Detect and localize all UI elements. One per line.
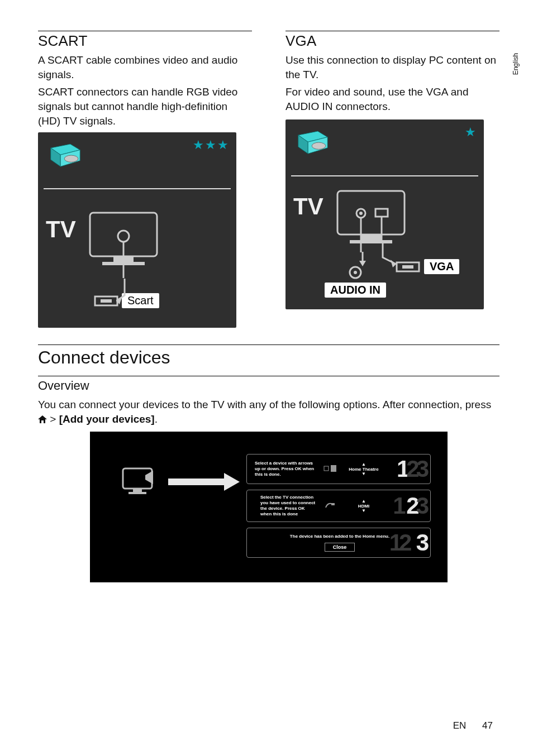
cable-icon xyxy=(357,252,368,269)
step-number-bg: 123 xyxy=(416,528,426,557)
column-vga: VGA Use this connection to display PC co… xyxy=(285,31,499,328)
step-selection: ▲ Home Theatre ▼ xyxy=(344,462,383,476)
rating-stars: ★ xyxy=(465,125,477,140)
paragraph: You can connect your devices to the TV w… xyxy=(38,398,499,426)
wizard-steps: Select a device with arrows up or down. … xyxy=(246,454,431,563)
port-label-audio-in: AUDIO IN xyxy=(325,283,386,298)
heading-vga: VGA xyxy=(285,32,499,50)
divider xyxy=(38,376,499,376)
svg-point-28 xyxy=(354,271,357,274)
rating-stars: ★★★ xyxy=(193,138,230,152)
figure-overview: Select a device with arrows up or down. … xyxy=(90,432,448,582)
text: . xyxy=(155,413,158,425)
step-device-icon xyxy=(322,464,339,474)
tv-label: TV xyxy=(293,193,323,220)
tv-back-icon xyxy=(85,208,169,281)
step-selection: ▲ HDMI ▼ xyxy=(344,499,383,513)
svg-rect-10 xyxy=(101,299,112,303)
section-connect-devices: Connect devices Overview You can connect… xyxy=(38,344,499,582)
menu-path: [Add your devices] xyxy=(59,413,155,425)
svg-rect-16 xyxy=(337,191,404,235)
port-label-vga: VGA xyxy=(424,259,459,274)
cable-icon xyxy=(380,241,403,269)
tv-label: TV xyxy=(46,216,76,243)
wizard-step-1: Select a device with arrows up or down. … xyxy=(246,454,431,484)
paragraph: Use this connection to display PC conten… xyxy=(285,53,499,82)
wizard-step-3: The device has been added to the Home me… xyxy=(246,528,431,558)
step-instruction: Select a device with arrows up or down. … xyxy=(255,461,316,477)
svg-rect-36 xyxy=(168,479,224,485)
svg-point-15 xyxy=(312,142,326,149)
svg-point-20 xyxy=(359,212,363,215)
close-button[interactable]: Close xyxy=(325,543,355,552)
language-tab: English xyxy=(512,53,520,75)
svg-rect-40 xyxy=(331,503,335,505)
vga-connector-icon xyxy=(293,130,332,160)
svg-rect-34 xyxy=(129,492,146,494)
divider xyxy=(38,31,252,31)
figure-scart: ★★★ TV xyxy=(38,132,236,328)
svg-marker-30 xyxy=(359,261,366,266)
tv-back-icon xyxy=(333,186,417,253)
heading-overview: Overview xyxy=(38,379,499,393)
page-footer: EN 47 xyxy=(453,720,493,731)
figure-vga: ★ TV xyxy=(285,119,484,309)
home-icon xyxy=(38,415,47,423)
svg-point-3 xyxy=(64,155,78,162)
arrow-right-icon xyxy=(168,471,241,493)
tv-source-icon xyxy=(121,465,160,499)
step-instruction: Select the TV connection you have used t… xyxy=(255,495,316,517)
port-icon xyxy=(93,293,120,309)
step-cable-icon xyxy=(322,501,339,511)
step-number-bg: 123 xyxy=(406,490,426,521)
column-scart: SCART A SCART cable combines video and a… xyxy=(38,31,252,328)
text: You can connect your devices to the TV w… xyxy=(38,399,491,410)
svg-marker-31 xyxy=(38,415,47,423)
paragraph: A SCART cable combines video and audio s… xyxy=(38,53,252,82)
footer-page-number: 47 xyxy=(482,720,493,731)
svg-rect-17 xyxy=(361,235,381,240)
heading-connect-devices: Connect devices xyxy=(38,347,499,368)
paragraph: For video and sound, use the VGA and AUD… xyxy=(285,85,499,113)
footer-language: EN xyxy=(453,720,467,731)
svg-marker-37 xyxy=(224,473,240,491)
svg-marker-26 xyxy=(391,260,396,267)
paragraph: SCART connectors can handle RGB video si… xyxy=(38,85,252,128)
heading-scart: SCART xyxy=(38,32,252,50)
cable-icon xyxy=(116,279,133,307)
svg-rect-33 xyxy=(133,489,142,492)
svg-rect-39 xyxy=(331,465,336,472)
svg-rect-25 xyxy=(402,265,413,269)
divider xyxy=(38,344,499,345)
text: > xyxy=(47,413,59,425)
divider xyxy=(285,31,499,31)
scart-connector-icon xyxy=(46,142,85,173)
step-number-bg: 123 xyxy=(397,454,426,484)
wizard-step-2: Select the TV connection you have used t… xyxy=(246,490,431,522)
svg-rect-38 xyxy=(324,466,329,471)
